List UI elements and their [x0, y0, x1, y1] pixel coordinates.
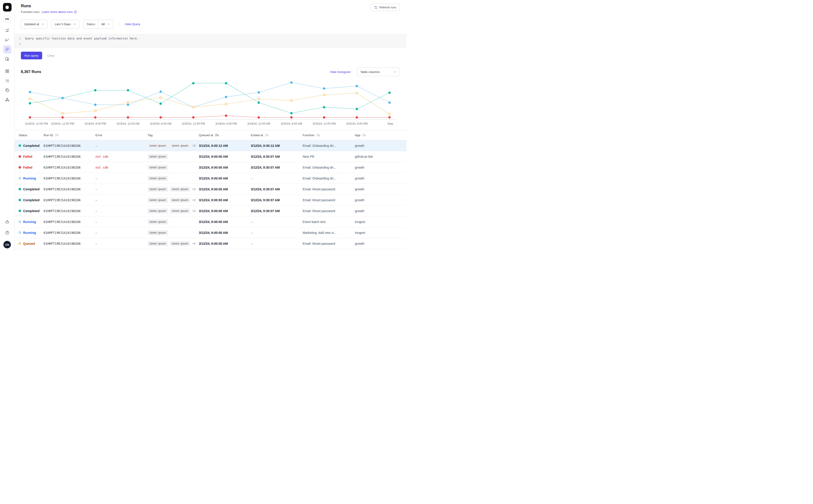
- learn-more-link[interactable]: Learn more about runs: [42, 10, 77, 14]
- function-link[interactable]: Email: Onboarding dri...: [303, 166, 336, 169]
- run-error: –: [95, 242, 148, 245]
- column-header-run-id[interactable]: Run ID: [44, 133, 95, 137]
- run-function: Email: Onboarding dri...: [303, 144, 355, 148]
- app-link[interactable]: growth: [355, 209, 364, 213]
- run-tags: lorem: ipsum: [148, 252, 199, 252]
- run-queued-at: 3/12/24, 9:00:00 AM: [199, 187, 251, 191]
- run-tags: lorem: ipsumlorem: ipsum+2: [148, 187, 199, 192]
- sliders-icon[interactable]: [3, 26, 11, 34]
- column-label: App: [355, 133, 360, 137]
- run-row[interactable]: Failed01HRPT19RJSA1019B2GNnot_sdklorem: …: [15, 162, 406, 173]
- toggle-query-link[interactable]: Hide Query: [125, 22, 140, 26]
- column-header-ended-at[interactable]: Ended at: [251, 133, 303, 137]
- run-row[interactable]: Completed01HRPT19RJSA1019B2GN–lorem: ips…: [15, 206, 406, 216]
- table-columns-select[interactable]: Table columns: [357, 68, 400, 76]
- svg-text:3/20/24, 6:00 PM: 3/20/24, 6:00 PM: [346, 122, 367, 125]
- query-actions: Run query Clear: [15, 48, 406, 59]
- app-link[interactable]: github-pr-bot: [355, 155, 373, 158]
- tag-pill: lorem: ipsum: [148, 241, 168, 246]
- column-label: Run ID: [44, 133, 53, 137]
- app-link[interactable]: growth: [355, 187, 364, 191]
- refresh-runs-button[interactable]: Refresh runs: [371, 4, 400, 11]
- tag-pill: lorem: ipsum: [148, 252, 168, 252]
- run-row[interactable]: Completed01HRPT19RJSA1019B2GN–lorem: ips…: [15, 140, 406, 151]
- help-icon[interactable]: [3, 229, 11, 237]
- run-row[interactable]: Running01HRPT19RJSA1019B2GN–lorem: ipsum…: [15, 216, 406, 227]
- query-editor[interactable]: 1 Query specific function data and event…: [15, 34, 406, 48]
- run-id: 01HRPT19RJSA1019B2GN: [44, 166, 95, 169]
- run-error: –: [95, 231, 148, 235]
- column-header-app[interactable]: App: [355, 133, 406, 137]
- run-ended-at: 3/12/24, 9:30:07 AM: [251, 209, 303, 213]
- function-link[interactable]: New PR: [303, 155, 314, 158]
- column-header-error: Error: [95, 133, 148, 137]
- tag-pill: lorem: ipsum: [148, 198, 168, 203]
- runs-count: 8,367 Runs: [21, 70, 41, 74]
- run-row[interactable]: Failed01HRPT19RJSA1019B2GNnot_sdklorem: …: [15, 151, 406, 162]
- hide-histogram-link[interactable]: Hide histogram: [330, 70, 351, 74]
- function-link[interactable]: Email: Reset password: [303, 198, 335, 202]
- chevron-down-icon: [393, 70, 396, 73]
- svg-text:3/20/24, 12:00 PM: 3/20/24, 12:00 PM: [313, 122, 336, 125]
- app-link[interactable]: Inngest: [355, 220, 365, 224]
- deploys-icon[interactable]: [3, 86, 11, 94]
- page-subtitle: Function runs.: [21, 10, 40, 14]
- run-tags: lorem: ipsum: [148, 165, 199, 170]
- app-link[interactable]: Inngest: [355, 231, 365, 235]
- function-link[interactable]: Email: Reset password: [303, 242, 335, 245]
- functions-icon[interactable]: [3, 77, 11, 85]
- function-link[interactable]: Email: Onboarding dri...: [303, 177, 336, 180]
- sort-field-select[interactable]: Updated at: [21, 20, 48, 29]
- metrics-icon[interactable]: [3, 36, 11, 44]
- clear-query-button[interactable]: Clear: [47, 54, 54, 57]
- tag-more-count: +2: [192, 188, 195, 191]
- run-row[interactable]: Completed01HRPT19RJSA1019B2GN–lorem: ips…: [15, 195, 406, 206]
- app-link[interactable]: growth: [355, 177, 364, 180]
- run-row[interactable]: Cancelled01HRPT19RJSA1019B2GN–lorem: ips…: [15, 249, 406, 252]
- svg-text:3/19/24, 6:00 PM: 3/19/24, 6:00 PM: [85, 122, 106, 125]
- svg-text:3/20/24, 6:00 AM: 3/20/24, 6:00 AM: [281, 122, 302, 125]
- event-search-icon[interactable]: [3, 55, 11, 63]
- run-id: 01HRPT19RJSA1019B2GN: [44, 187, 95, 191]
- run-row[interactable]: Running01HRPT19RJSA1019B2GN–lorem: ipsum…: [15, 173, 406, 184]
- column-label: Queued at: [199, 133, 213, 137]
- runs-list-icon[interactable]: [3, 45, 11, 53]
- function-link[interactable]: Marketing: Add new si...: [303, 231, 336, 235]
- function-link[interactable]: Event batch test: [303, 220, 325, 224]
- tag-more-count: +2: [192, 199, 195, 202]
- run-tags: lorem: ipsumlorem: ipsum+2: [148, 208, 199, 213]
- function-link[interactable]: Email: Reset password: [303, 187, 335, 191]
- column-header-queued-at[interactable]: Queued at: [199, 133, 251, 137]
- status-dot: [19, 221, 21, 223]
- user-avatar[interactable]: CN: [3, 241, 11, 248]
- status-filter[interactable]: Status All: [83, 20, 113, 29]
- app-link[interactable]: growth: [355, 166, 364, 169]
- run-id: 01HRPT19RJSA1019B2GN: [44, 144, 95, 148]
- function-link[interactable]: Email: Onboarding dri...: [303, 144, 336, 148]
- query-placeholder: Query specific function data and event p…: [25, 37, 138, 40]
- inngest-logo-icon[interactable]: [3, 3, 12, 12]
- run-row[interactable]: Queued01HRPT19RJSA1019B2GN–lorem: ipsuml…: [15, 238, 406, 249]
- app-link[interactable]: growth: [355, 242, 364, 245]
- column-label: Tag: [148, 133, 153, 137]
- tag-pill: lorem: ipsum: [170, 187, 190, 192]
- run-query-button[interactable]: Run query: [21, 52, 42, 59]
- svg-text:3/19/24, 12:00 AM: 3/19/24, 12:00 AM: [116, 122, 139, 125]
- app-link[interactable]: growth: [355, 198, 364, 202]
- webhooks-icon[interactable]: [3, 96, 11, 104]
- run-ended-at: 3/12/24, 9:30:07 AM: [251, 187, 303, 191]
- time-range-select[interactable]: Last 3 Days: [51, 20, 79, 29]
- workspace-badge[interactable]: PR: [4, 16, 11, 23]
- apps-grid-icon[interactable]: [3, 67, 11, 75]
- run-ended-at: –: [251, 177, 303, 180]
- assistant-bot-icon[interactable]: [3, 218, 11, 226]
- tag-pill: lorem: ipsum: [170, 198, 190, 203]
- app-link[interactable]: growth: [355, 144, 364, 148]
- column-header-function[interactable]: Function: [303, 133, 355, 137]
- run-ended-at: –: [251, 220, 303, 224]
- function-link[interactable]: Email: Reset password: [303, 209, 335, 213]
- run-row[interactable]: Completed01HRPT19RJSA1019B2GN–lorem: ips…: [15, 184, 406, 195]
- run-row[interactable]: Running01HRPT19RJSA1019B2GN–lorem: ipsum…: [15, 227, 406, 238]
- run-id: 01HRPT19RJSA1019B2GN: [44, 242, 95, 245]
- run-function: Email: Reset password: [303, 242, 355, 245]
